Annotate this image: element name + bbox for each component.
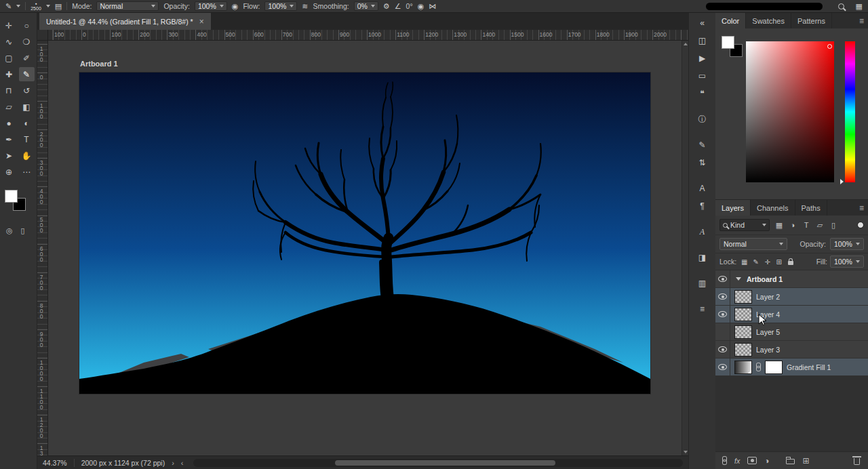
delete-layer-icon[interactable] [854,458,860,465]
visibility-toggle[interactable] [715,288,730,305]
info-icon[interactable]: ⓘ [693,111,712,127]
clone-stamp-tool[interactable]: ⊓ [1,83,17,98]
lock-position-icon[interactable]: ✛ [762,257,772,267]
gradient-thumbnail[interactable] [734,361,752,374]
document-tab[interactable]: Untitled-1 @ 44.4% (Gradient Fill 1, RGB… [39,13,211,30]
brush-tool-icon[interactable]: ✎ [5,3,12,10]
scroll-down-icon[interactable] [684,451,688,453]
horizontal-ruler[interactable]: 1000100200300400500600700800900100011001… [48,30,688,41]
brush-angle-icon[interactable]: ∠ [395,3,401,10]
gear-icon[interactable]: ⚙ [383,3,390,10]
panel-tab[interactable]: Color [715,13,746,28]
layer-fill-select[interactable]: 100% [830,256,864,268]
foreground-color-swatch[interactable] [722,36,734,49]
lasso-tool[interactable]: ∿ [1,35,17,49]
zoom-level[interactable]: 44.37% [43,459,67,467]
blur-tool[interactable]: ● [1,116,17,130]
dodge-tool[interactable]: ◐ [19,116,35,130]
ruler-origin[interactable] [37,30,48,41]
panel-tab[interactable]: Paths [795,200,827,216]
chevron-down-icon[interactable] [46,5,50,7]
clone-source-icon[interactable]: ◫ [693,33,712,49]
filter-smart-objects-icon[interactable]: ▯ [827,219,840,231]
lock-image-pixels-icon[interactable]: ✎ [751,257,761,267]
layer-thumbnail[interactable] [734,308,752,321]
symmetry-icon[interactable]: ⋈ [429,3,436,10]
chevron-down-icon[interactable] [16,5,20,7]
brush-settings-icon[interactable]: ✎ [693,137,712,153]
layer-name[interactable]: Layer 4 [756,310,780,319]
marquee-tool[interactable]: ○ [19,18,35,33]
brush-preset-picker[interactable]: ● 2500 [31,2,41,11]
panel-menu-icon[interactable]: ≡ [859,16,868,26]
hue-slider[interactable] [845,41,855,182]
canvas-area[interactable]: Artboard 1 [48,41,688,455]
pressure-size-icon[interactable]: ◉ [418,3,425,10]
horizontal-scrollbar[interactable] [193,459,683,467]
panel-tab[interactable]: Channels [751,200,795,216]
layer-blend-mode-select[interactable]: Normal [719,238,787,250]
layer-effects-icon[interactable]: fx [734,457,740,465]
timeline-icon[interactable]: ≡ [693,301,712,317]
zoom-tool[interactable]: ⊕ [1,165,17,179]
layer-thumbnail[interactable] [734,343,752,356]
layer-row[interactable]: Layer 3 [715,341,868,359]
adjustments-icon[interactable]: ⇅ [693,155,712,171]
vertical-scrollbar[interactable] [682,41,688,455]
close-icon[interactable]: × [199,17,204,26]
properties-icon[interactable]: ◨ [693,249,712,266]
gradient-tool[interactable]: ◧ [19,100,35,114]
new-layer-icon[interactable]: ⊞ [802,456,809,466]
visibility-toggle[interactable] [715,341,730,358]
opacity-select[interactable]: 100% [195,1,227,11]
eyedropper-tool[interactable]: ✐ [19,51,35,65]
layer-thumbnail[interactable] [734,290,752,304]
blend-mode-select[interactable]: Normal [96,1,159,11]
search-icon[interactable] [838,3,844,9]
layer-row[interactable]: Layer 5 [715,323,868,341]
layer-thumbnail[interactable] [734,325,752,339]
layer-name[interactable]: Layer 5 [756,328,780,336]
visibility-toggle[interactable] [715,306,730,323]
character-icon[interactable]: A [693,180,712,197]
brush-settings-toggle-icon[interactable]: ▤ [55,3,62,10]
scroll-left-icon[interactable]: ‹ [181,459,184,467]
filter-adjustment-layers-icon[interactable]: ◑ [787,219,799,231]
workspace-switcher-icon[interactable]: ▦ [856,3,863,10]
panel-tab[interactable]: Swatches [746,13,791,28]
quick-mask-icon[interactable]: ◎ [6,226,13,235]
link-layers-icon[interactable] [722,456,727,465]
layer-filter-toggle[interactable] [857,222,864,228]
layer-name[interactable]: Layer 3 [756,346,780,354]
device-preview-icon[interactable]: ▭ [693,68,712,84]
panel-tab[interactable]: Patterns [791,13,832,28]
lock-artboard-icon[interactable]: ⊞ [774,257,784,267]
layer-opacity-select[interactable]: 100% [830,238,864,250]
history-brush-tool[interactable]: ↺ [19,83,35,98]
layer-row[interactable]: Layer 2 [715,288,868,306]
scrollbar-thumb[interactable] [335,460,555,466]
layer-name[interactable]: Gradient Fill 1 [787,363,831,371]
visibility-toggle[interactable] [715,359,730,375]
smoothing-select[interactable]: 0% [354,1,378,11]
mask-thumbnail[interactable] [765,361,783,374]
vertical-ruler[interactable]: 1000100200300400500600700800900100011001… [37,41,48,455]
screen-mode-icon[interactable]: ▯ [21,226,25,235]
new-group-icon[interactable] [786,459,795,464]
filter-shape-layers-icon[interactable]: ▱ [814,219,826,231]
layer-row[interactable]: Gradient Fill 1 [715,359,868,376]
layer-filter-select[interactable]: Kind [719,219,770,231]
scroll-up-icon[interactable] [684,43,688,45]
pressure-opacity-icon[interactable]: ◉ [232,3,239,10]
edit-toolbar[interactable]: ⋯ [19,165,35,179]
crop-tool[interactable]: ▢ [1,51,17,65]
flow-select[interactable]: 100% [264,1,297,11]
foreground-color-swatch[interactable] [5,190,18,203]
filter-pixel-layers-icon[interactable]: ▦ [773,219,785,231]
comments-icon[interactable]: ❝ [693,85,712,102]
collapse-panels-icon[interactable]: « [693,15,712,31]
glyphs-icon[interactable]: A [693,224,712,240]
quick-selection-tool[interactable]: ❍ [19,35,35,49]
pen-tool[interactable]: ✒ [1,132,17,146]
hand-tool[interactable]: ✋ [19,148,35,163]
